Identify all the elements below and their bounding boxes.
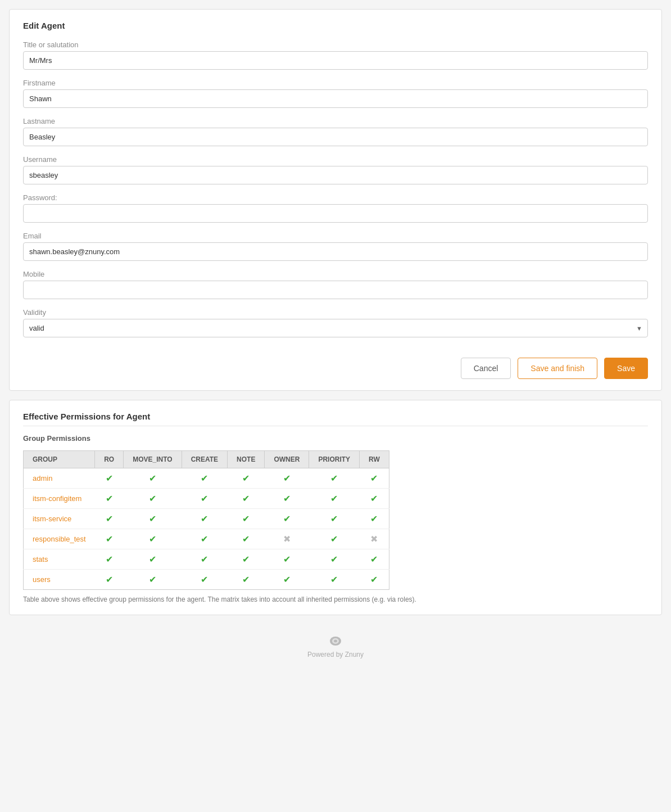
perm-cell-move_into: ✔: [124, 570, 182, 590]
perm-cell-note: ✔: [228, 549, 265, 570]
group-link[interactable]: responsible_test: [33, 535, 86, 543]
firstname-input[interactable]: [23, 89, 648, 108]
perm-cell-rw: ✔: [360, 570, 389, 590]
perm-cell-owner: ✔: [265, 570, 309, 590]
footer-text: Powered by Znuny: [307, 651, 364, 658]
perm-cell-rw: ✔: [360, 468, 389, 489]
group-link[interactable]: itsm-configitem: [33, 494, 81, 503]
col-ro: RO: [95, 451, 124, 468]
perm-cell-move_into: ✔: [124, 489, 182, 509]
col-note: NOTE: [228, 451, 265, 468]
permissions-table: GROUP RO MOVE_INTO CREATE NOTE OWNER PRI…: [23, 450, 389, 590]
col-rw: RW: [360, 451, 389, 468]
perm-cell-priority: ✔: [309, 529, 360, 549]
perm-cell-note: ✔: [228, 570, 265, 590]
perm-cell-priority: ✔: [309, 549, 360, 570]
perm-cell-rw: ✔: [360, 549, 389, 570]
perm-cell-rw: ✖: [360, 529, 389, 549]
table-row: users✔✔✔✔✔✔✔: [24, 570, 389, 590]
mobile-label: Mobile: [23, 270, 648, 278]
perm-cell-note: ✔: [228, 468, 265, 489]
cancel-button[interactable]: Cancel: [461, 358, 511, 379]
mobile-input[interactable]: [23, 281, 648, 299]
email-input[interactable]: [23, 242, 648, 261]
col-create: CREATE: [182, 451, 227, 468]
lastname-label: Lastname: [23, 117, 648, 125]
group-link[interactable]: users: [33, 575, 51, 584]
perm-cell-owner: ✔: [265, 509, 309, 529]
col-priority: PRIORITY: [309, 451, 360, 468]
table-row: itsm-service✔✔✔✔✔✔✔: [24, 509, 389, 529]
perm-cell-ro: ✔: [95, 489, 124, 509]
firstname-label: Firstname: [23, 79, 648, 87]
perm-cell-move_into: ✔: [124, 529, 182, 549]
svg-point-2: [334, 640, 337, 643]
group-link[interactable]: stats: [33, 555, 48, 563]
perm-cell-create: ✔: [182, 468, 227, 489]
group-link[interactable]: itsm-service: [33, 515, 71, 523]
perm-cell-priority: ✔: [309, 570, 360, 590]
col-move-into: MOVE_INTO: [124, 451, 182, 468]
password-label: Password:: [23, 193, 648, 202]
username-input[interactable]: [23, 166, 648, 184]
group-link[interactable]: admin: [33, 474, 52, 482]
perm-cell-priority: ✔: [309, 489, 360, 509]
perm-cell-create: ✔: [182, 570, 227, 590]
username-label: Username: [23, 155, 648, 164]
perm-cell-create: ✔: [182, 489, 227, 509]
perm-cell-rw: ✔: [360, 489, 389, 509]
perm-cell-move_into: ✔: [124, 509, 182, 529]
permissions-note: Table above shows effective group permis…: [23, 596, 648, 603]
lastname-input[interactable]: [23, 128, 648, 146]
perm-cell-ro: ✔: [95, 509, 124, 529]
table-row: responsible_test✔✔✔✔✖✔✖: [24, 529, 389, 549]
col-owner: OWNER: [265, 451, 309, 468]
col-group: GROUP: [24, 451, 95, 468]
perm-cell-owner: ✔: [265, 468, 309, 489]
perm-cell-move_into: ✔: [124, 468, 182, 489]
perm-cell-ro: ✔: [95, 529, 124, 549]
perm-cell-note: ✔: [228, 529, 265, 549]
table-row: admin✔✔✔✔✔✔✔: [24, 468, 389, 489]
table-row: itsm-configitem✔✔✔✔✔✔✔: [24, 489, 389, 509]
title-input[interactable]: [23, 51, 648, 70]
perm-cell-priority: ✔: [309, 509, 360, 529]
znuny-logo: [329, 635, 342, 647]
perm-cell-move_into: ✔: [124, 549, 182, 570]
perm-cell-ro: ✔: [95, 549, 124, 570]
validity-label: Validity: [23, 308, 648, 317]
perm-cell-create: ✔: [182, 529, 227, 549]
perm-cell-create: ✔: [182, 509, 227, 529]
perm-cell-ro: ✔: [95, 570, 124, 590]
table-row: stats✔✔✔✔✔✔✔: [24, 549, 389, 570]
permissions-section-title: Effective Permissions for Agent: [23, 412, 648, 421]
perm-cell-create: ✔: [182, 549, 227, 570]
perm-cell-note: ✔: [228, 489, 265, 509]
save-button[interactable]: Save: [604, 358, 648, 379]
perm-cell-owner: ✔: [265, 549, 309, 570]
perm-cell-rw: ✔: [360, 509, 389, 529]
page-title: Edit Agent: [23, 21, 648, 30]
perm-cell-owner: ✔: [265, 489, 309, 509]
perm-cell-priority: ✔: [309, 468, 360, 489]
perm-cell-ro: ✔: [95, 468, 124, 489]
perm-cell-note: ✔: [228, 509, 265, 529]
validity-select[interactable]: valid invalid: [23, 319, 648, 337]
title-label: Title or salutation: [23, 40, 648, 49]
perm-cell-owner: ✖: [265, 529, 309, 549]
password-input[interactable]: [23, 204, 648, 223]
save-and-finish-button[interactable]: Save and finish: [518, 358, 597, 379]
group-permissions-title: Group Permissions: [23, 434, 648, 443]
email-label: Email: [23, 232, 648, 240]
